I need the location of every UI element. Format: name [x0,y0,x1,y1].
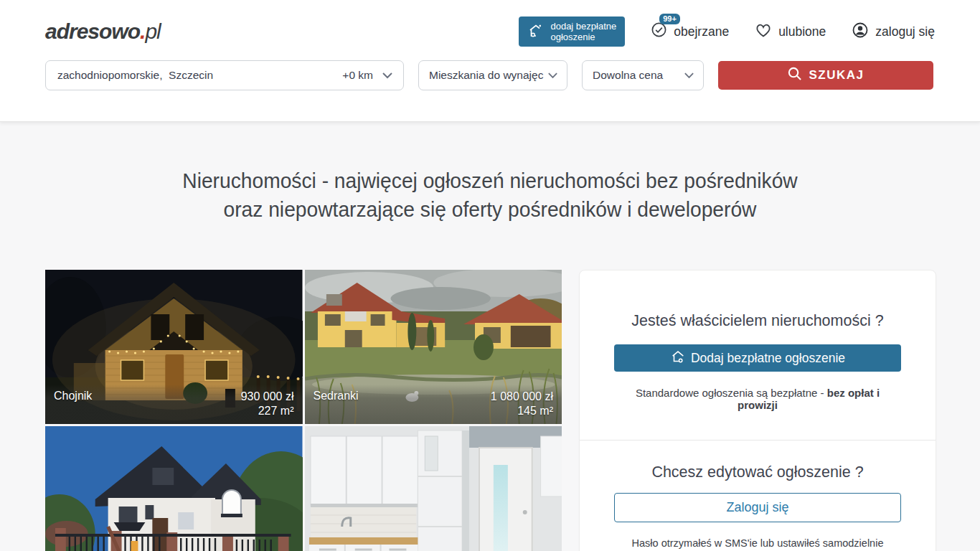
listing-location: Chojnik [54,390,92,402]
listing-card-chojnik[interactable]: Chojnik 930 000 zł 227 m² [45,270,303,424]
favorites-label: ulubione [778,24,826,39]
price-value: Dowolna cena [593,69,663,82]
listing-overlay: Sedranki 1 080 000 zł 145 m² [305,385,562,424]
listing-area: 227 m² [241,404,294,418]
edit-section: Chcesz edytować ogłoszenie ? Zaloguj się… [580,441,936,551]
owner-section: Jesteś właścicielem nieruchomości ? Doda… [580,270,936,441]
header-actions: dodaj bezpłatne ogłoszenie 99+ obejrzane [519,17,935,47]
add-listing-label: dodaj bezpłatne ogłoszenie [550,21,616,42]
login-link[interactable]: zaloguj się [852,22,935,42]
viewed-label: obejrzane [674,24,729,39]
login-label: zaloguj się [875,24,935,39]
search-button-label: SZUKAJ [809,68,864,83]
search-bar: zachodniopomorskie, Szczecin +0 km Miesz… [45,60,935,90]
login-button-label: Zaloguj się [726,500,788,515]
login-button[interactable]: Zaloguj się [614,493,901,522]
chevron-down-icon [684,69,694,82]
edit-note: Hasło otrzymałeś w SMS'ie lub ustawiłeś … [614,537,901,549]
location-value: zachodniopomorskie, Szczecin [57,69,342,82]
search-button[interactable]: SZUKAJ [718,61,933,90]
header-top: adresowo.pl dodaj bezpłatne ogłoszenie [45,0,935,46]
logo-name: adresowo [45,19,140,43]
listings-grid: Chojnik 930 000 zł 227 m² [45,270,562,551]
chevron-down-icon [547,69,558,82]
owner-promo-card: Jesteś właścicielem nieruchomości ? Doda… [579,270,936,551]
listing-location: Sedranki [314,390,359,402]
favorites-link[interactable]: ulubione [755,22,826,42]
viewed-badge: 99+ [659,14,680,24]
listing-photo-kitchen [305,426,562,551]
add-free-listing-button[interactable]: Dodaj bezpłatne ogłoszenie [614,344,901,372]
page-title: Nieruchomości - najwięcej ogłoszeń nieru… [0,166,980,224]
main-content: Nieruchomości - najwięcej ogłoszeń nieru… [0,166,980,551]
listing-card-zagacie[interactable]: Zagacie Podskale, ul. 1 055 000 zł [45,426,303,551]
owner-note: Standardowe ogłoszenia są bezpłatne - be… [614,387,901,411]
radius-value[interactable]: +0 km [342,69,373,82]
property-type-select[interactable]: Mieszkania do wynajęc [418,60,567,90]
listing-area: 145 m² [491,404,553,418]
logo-tld: pl [145,19,160,43]
property-type-value: Mieszkania do wynajęc [429,69,543,82]
heart-icon [755,22,772,42]
location-input[interactable]: zachodniopomorskie, Szczecin +0 km [45,60,404,90]
magnifier-icon [787,66,802,85]
house-plus-icon [527,22,545,42]
price-select[interactable]: Dowolna cena [582,60,704,90]
listing-price: 1 080 000 zł [491,390,553,404]
viewed-link[interactable]: 99+ obejrzane [651,22,729,42]
house-plus-icon [670,349,686,368]
edit-heading: Chcesz edytować ogłoszenie ? [614,463,901,481]
listing-photo-white-house [45,426,303,551]
add-listing-button[interactable]: dodaj bezpłatne ogłoszenie [519,17,625,47]
check-circle-icon [651,22,667,42]
logo[interactable]: adresowo.pl [45,19,161,44]
owner-heading: Jesteś właścicielem nieruchomości ? [614,312,901,330]
add-free-listing-label: Dodaj bezpłatne ogłoszenie [691,351,845,366]
listing-overlay: Chojnik 930 000 zł 227 m² [45,385,303,424]
listing-price: 930 000 zł [241,390,294,404]
person-circle-icon [852,22,869,42]
listing-card-sedranki[interactable]: Sedranki 1 080 000 zł 145 m² [305,270,562,424]
chevron-down-icon [382,69,393,82]
listing-card-warszawa[interactable]: Warszawa Wola, ul. 950 000 zł [305,426,562,551]
site-header: adresowo.pl dodaj bezpłatne ogłoszenie [0,0,980,122]
